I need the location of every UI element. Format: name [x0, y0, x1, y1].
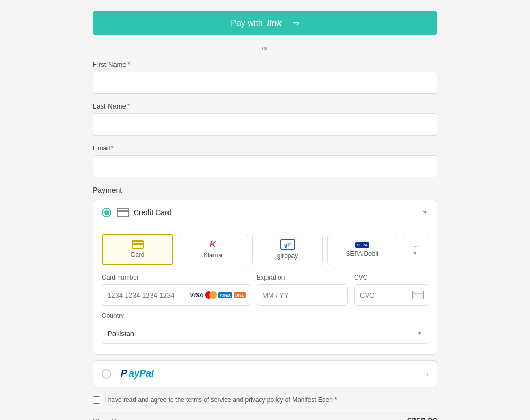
required-star: * [127, 102, 130, 110]
required-star: * [111, 144, 114, 152]
required-star: * [334, 396, 337, 404]
arrow-icon: ⇒ [293, 18, 299, 28]
card-type-card-label: Card [130, 251, 144, 258]
show-summary-label: Show Summary [93, 417, 142, 420]
paypal-row[interactable]: PayPal › [93, 360, 437, 387]
terms-row: I have read and agree to the terms of se… [93, 396, 437, 405]
first-name-label: First Name* [93, 60, 437, 68]
payment-section: Payment Credit Card ▼ Card [93, 186, 437, 387]
visa-logo: VISA [190, 292, 204, 298]
cvc-group: CVC [354, 274, 428, 306]
first-name-input[interactable] [93, 72, 437, 94]
card-fields-row: Card number VISA AMEX DISC [102, 274, 428, 306]
card-logos: VISA AMEX DISC [190, 291, 246, 299]
card-number-label: Card number [102, 274, 250, 281]
terms-text: I have read and agree to the terms of se… [104, 396, 337, 405]
card-type-klarna[interactable]: K Klarna [178, 234, 248, 265]
expiration-input[interactable] [257, 284, 348, 306]
card-type-more[interactable]: ⋯ ▼ [402, 234, 428, 265]
email-input[interactable] [93, 155, 437, 177]
country-select[interactable]: Pakistan United States United Kingdom Ge… [102, 323, 428, 344]
amex-logo: AMEX [218, 292, 232, 298]
sepa-label: SEPA Debit [346, 250, 379, 257]
card-number-wrapper: VISA AMEX DISC [102, 284, 250, 306]
or-divider: or [93, 44, 437, 52]
last-name-label: Last Name* [93, 102, 437, 110]
cvc-card-icon [412, 291, 424, 299]
card-type-giropay[interactable]: gP giropay [252, 234, 323, 265]
paypal-logo: PayPal [121, 368, 154, 379]
last-name-input[interactable] [93, 113, 437, 136]
chevron-right-icon: › [426, 370, 428, 378]
credit-card-radio[interactable] [102, 208, 111, 217]
discover-logo: DISC [234, 292, 246, 298]
email-label: Email* [93, 144, 437, 152]
cvc-label: CVC [354, 274, 428, 281]
card-type-sepa[interactable]: SEPA SEPA Debit [327, 234, 398, 265]
total-amount: €250.00 [407, 417, 437, 420]
card-options-panel: Card K Klarna gP giropay [93, 225, 437, 354]
required-star: * [128, 60, 130, 68]
pay-with-link-button[interactable]: Pay with link ⇒ [93, 11, 437, 35]
country-select-wrapper: Pakistan United States United Kingdom Ge… [102, 323, 428, 344]
klarna-logo: K [210, 240, 216, 249]
mastercard-logo [205, 291, 217, 299]
card-types-row: Card K Klarna gP giropay [102, 234, 428, 265]
sepa-logo: SEPA [355, 242, 369, 248]
mini-card-icon [132, 240, 144, 249]
giropay-label: giropay [277, 252, 298, 260]
chevron-down-icon: ▼ [422, 209, 428, 216]
paypal-radio[interactable] [102, 369, 111, 379]
more-icon: ⋯ [412, 244, 418, 251]
pay-label: Pay with [231, 19, 262, 28]
expiration-label: Expiration [257, 274, 348, 281]
chevron-down-icon: ▼ [413, 251, 418, 256]
cvc-wrapper [354, 284, 428, 306]
card-number-group: Card number VISA AMEX DISC [102, 274, 250, 306]
payment-section-label: Payment [93, 186, 437, 194]
country-label: Country [102, 312, 428, 319]
giropay-logo: gP [280, 239, 295, 250]
expiration-group: Expiration [257, 274, 348, 306]
summary-row: Show Summary ▼ €250.00 [93, 413, 437, 420]
credit-card-label: Credit Card [134, 208, 422, 217]
show-summary-button[interactable]: Show Summary ▼ [93, 417, 150, 420]
first-name-group: First Name* [93, 60, 437, 94]
credit-card-container: Credit Card ▼ Card K Klarna [93, 200, 437, 355]
link-label: link [267, 19, 282, 28]
terms-checkbox[interactable] [93, 396, 100, 404]
country-group: Country Pakistan United States United Ki… [102, 312, 428, 344]
credit-card-row[interactable]: Credit Card ▼ [93, 200, 437, 225]
card-icon [117, 208, 129, 217]
card-type-card[interactable]: Card [102, 234, 173, 265]
klarna-label: Klarna [204, 252, 222, 259]
email-group: Email* [93, 144, 437, 177]
last-name-group: Last Name* [93, 102, 437, 136]
